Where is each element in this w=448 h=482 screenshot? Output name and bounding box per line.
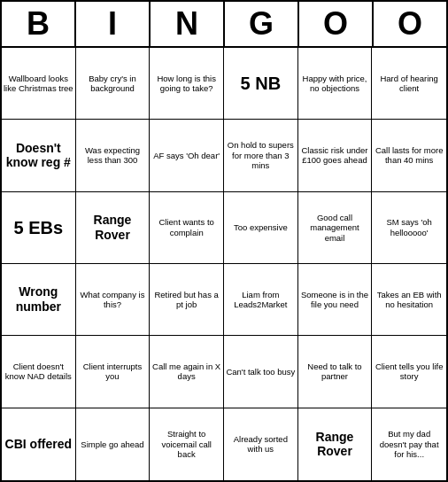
bingo-cell-12: 5 EBs bbox=[2, 192, 76, 264]
bingo-header: BINGOO bbox=[2, 2, 446, 48]
bingo-cell-3: 5 NB bbox=[224, 48, 298, 120]
cell-text-30: CBI offered bbox=[5, 437, 72, 452]
bingo-cell-24: Client doesn't know NAD details bbox=[2, 336, 76, 408]
cell-text-26: Call me again in X days bbox=[151, 362, 221, 382]
bingo-cell-11: Call lasts for more than 40 mins bbox=[372, 120, 446, 191]
cell-text-13: Range Rover bbox=[78, 213, 148, 243]
bingo-cell-25: Client interrupts you bbox=[76, 336, 151, 408]
cell-text-14: Client wants to complain bbox=[151, 217, 221, 237]
cell-text-17: SM says 'oh hellooooo' bbox=[374, 217, 444, 237]
header-letter-n-2: N bbox=[151, 2, 225, 46]
bingo-cell-19: What company is this? bbox=[76, 264, 151, 336]
bingo-cell-8: AF says 'Oh dear' bbox=[150, 120, 224, 191]
cell-text-21: Liam from Leads2Market bbox=[226, 290, 296, 310]
cell-text-2: How long is this going to take? bbox=[151, 74, 221, 94]
bingo-cell-27: Can't talk too busy bbox=[224, 336, 298, 408]
bingo-cell-32: Straight to voicemail call back bbox=[150, 408, 224, 480]
bingo-cell-2: How long is this going to take? bbox=[150, 48, 224, 120]
bingo-cell-18: Wrong number bbox=[2, 264, 76, 336]
cell-text-29: Client tells you life story bbox=[374, 362, 444, 382]
header-letter-b-0: B bbox=[2, 2, 76, 46]
bingo-cell-17: SM says 'oh hellooooo' bbox=[372, 192, 446, 264]
cell-text-18: Wrong number bbox=[4, 284, 73, 315]
cell-text-19: What company is this? bbox=[78, 290, 148, 310]
bingo-cell-10: Classic risk under £100 goes ahead bbox=[298, 120, 373, 191]
cell-text-8: AF says 'Oh dear' bbox=[153, 151, 220, 160]
cell-text-23: Takes an EB with no hesitation bbox=[374, 290, 444, 310]
cell-text-6: Doesn't know reg # bbox=[4, 141, 73, 171]
bingo-cell-13: Range Rover bbox=[76, 192, 151, 264]
cell-text-10: Classic risk under £100 goes ahead bbox=[300, 145, 370, 166]
bingo-cell-16: Good call management email bbox=[298, 192, 373, 264]
bingo-card: BINGOO Wallboard looks like Christmas tr… bbox=[0, 0, 448, 482]
bingo-cell-15: Too expensive bbox=[224, 192, 298, 264]
bingo-cell-33: Already sorted with us bbox=[224, 408, 298, 480]
cell-text-12: 5 EBs bbox=[14, 217, 64, 238]
cell-text-3: 5 NB bbox=[241, 73, 282, 94]
bingo-grid: Wallboard looks like Christmas treeBaby … bbox=[2, 48, 446, 480]
cell-text-31: Simple go ahead bbox=[81, 439, 143, 449]
bingo-cell-1: Baby cry's in background bbox=[76, 48, 151, 120]
cell-text-27: Can't talk too busy bbox=[226, 367, 295, 377]
bingo-cell-28: Need to talk to partner bbox=[298, 336, 373, 408]
header-letter-i-1: I bbox=[76, 2, 151, 46]
bingo-cell-34: Range Rover bbox=[298, 408, 373, 480]
bingo-cell-20: Retired but has a pt job bbox=[150, 264, 224, 336]
cell-text-15: Too expensive bbox=[234, 222, 288, 232]
header-letter-g-3: G bbox=[225, 2, 299, 46]
cell-text-11: Call lasts for more than 40 mins bbox=[374, 145, 444, 166]
header-letter-o-4: O bbox=[299, 2, 374, 46]
cell-text-9: On hold to supers for more than 3 mins bbox=[226, 140, 296, 170]
cell-text-5: Hard of hearing client bbox=[374, 74, 444, 94]
header-letter-o-5: O bbox=[374, 2, 446, 46]
cell-text-34: Range Rover bbox=[300, 430, 370, 460]
cell-text-32: Straight to voicemail call back bbox=[151, 429, 221, 459]
cell-text-35: But my dad doesn't pay that for his... bbox=[374, 429, 444, 459]
bingo-cell-31: Simple go ahead bbox=[76, 408, 151, 480]
cell-text-33: Already sorted with us bbox=[226, 434, 296, 455]
bingo-cell-6: Doesn't know reg # bbox=[2, 120, 76, 191]
bingo-cell-21: Liam from Leads2Market bbox=[224, 264, 298, 336]
bingo-cell-23: Takes an EB with no hesitation bbox=[372, 264, 446, 336]
cell-text-4: Happy with price, no objections bbox=[300, 74, 370, 94]
cell-text-22: Someone is in the file you need bbox=[300, 290, 370, 310]
bingo-cell-7: Was expecting less than 300 bbox=[76, 120, 151, 191]
cell-text-25: Client interrupts you bbox=[78, 362, 148, 382]
cell-text-28: Need to talk to partner bbox=[300, 362, 370, 382]
bingo-cell-0: Wallboard looks like Christmas tree bbox=[2, 48, 76, 120]
bingo-cell-14: Client wants to complain bbox=[150, 192, 224, 264]
cell-text-16: Good call management email bbox=[300, 213, 370, 243]
bingo-cell-4: Happy with price, no objections bbox=[298, 48, 373, 120]
cell-text-20: Retired but has a pt job bbox=[151, 290, 221, 310]
cell-text-0: Wallboard looks like Christmas tree bbox=[4, 74, 73, 94]
bingo-cell-35: But my dad doesn't pay that for his... bbox=[372, 408, 446, 480]
cell-text-1: Baby cry's in background bbox=[78, 74, 148, 94]
bingo-cell-26: Call me again in X days bbox=[150, 336, 224, 408]
bingo-cell-22: Someone is in the file you need bbox=[298, 264, 373, 336]
bingo-cell-9: On hold to supers for more than 3 mins bbox=[224, 120, 298, 191]
bingo-cell-30: CBI offered bbox=[2, 408, 76, 480]
bingo-cell-5: Hard of hearing client bbox=[372, 48, 446, 120]
cell-text-7: Was expecting less than 300 bbox=[78, 145, 148, 166]
bingo-cell-29: Client tells you life story bbox=[372, 336, 446, 408]
cell-text-24: Client doesn't know NAD details bbox=[4, 362, 73, 382]
